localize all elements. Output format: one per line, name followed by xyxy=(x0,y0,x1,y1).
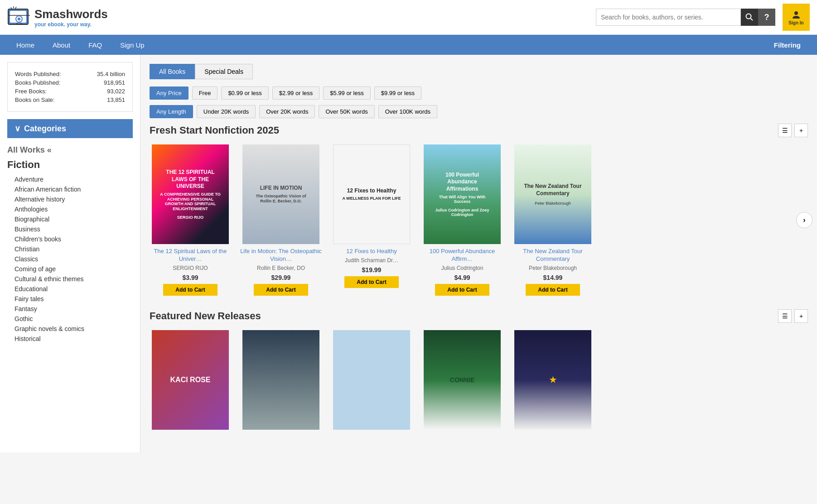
search-input[interactable] xyxy=(596,9,741,26)
books-published-label: Books Published: xyxy=(15,79,60,86)
book-price: $19.99 xyxy=(362,266,382,274)
length-filter-4[interactable]: Over 100K words xyxy=(378,105,437,118)
sidebar-category-item[interactable]: Historical xyxy=(15,334,133,344)
logo-icon xyxy=(7,5,31,29)
sidebar-category-item[interactable]: Christian xyxy=(15,244,133,254)
fresh-start-controls: ☰ + xyxy=(778,124,808,137)
length-filter-3[interactable]: Over 50K words xyxy=(319,105,374,118)
svg-point-8 xyxy=(746,14,751,19)
sidebar-category-item[interactable]: Biographical xyxy=(15,214,133,224)
book-title[interactable]: The 12 Spiritual Laws of the Univer… xyxy=(150,248,231,263)
signin-button[interactable]: Sign In xyxy=(783,4,810,31)
price-filter-1[interactable]: Free xyxy=(192,86,218,100)
nav-filtering: Filtering xyxy=(765,41,810,49)
search-button[interactable] xyxy=(741,9,758,26)
featured-new-books: KACI ROSECONNIE★ xyxy=(150,330,808,430)
sidebar-category-item[interactable]: Anthologies xyxy=(15,204,133,214)
add-section-button-2[interactable]: + xyxy=(794,309,808,323)
fresh-start-books: THE 12 SPIRITUAL LAWS OF THE UNIVERSEA C… xyxy=(150,144,808,296)
words-published-row: Words Published: 35.4 billion xyxy=(15,70,125,78)
sidebar-category-item[interactable]: Graphic novels & comics xyxy=(15,324,133,334)
site-header: Smashwords your ebook. your way. ? Sign … xyxy=(0,0,817,35)
tab-all-books[interactable]: All Books xyxy=(150,64,195,79)
sidebar-category-item[interactable]: African American fiction xyxy=(15,184,133,194)
sidebar-category-item[interactable]: Alternative history xyxy=(15,194,133,204)
add-section-button[interactable]: + xyxy=(794,124,808,137)
nav-signup[interactable]: Sign Up xyxy=(111,35,153,55)
nav-faq[interactable]: FAQ xyxy=(79,35,111,55)
sidebar-category-item[interactable]: Adventure xyxy=(15,174,133,184)
price-filter: Any PriceFree$0.99 or less$2.99 or less$… xyxy=(150,86,808,100)
length-filter-2[interactable]: Over 20K words xyxy=(259,105,315,118)
logo[interactable]: Smashwords your ebook. your way. xyxy=(7,5,108,29)
sidebar-category-item[interactable]: Business xyxy=(15,224,133,234)
nav-home[interactable]: Home xyxy=(7,35,44,55)
sidebar-category-item[interactable]: Fairy tales xyxy=(15,294,133,304)
add-to-cart-button[interactable]: Add to Cart xyxy=(254,284,308,296)
tab-special-deals[interactable]: Special Deals xyxy=(195,64,253,79)
fiction-header: Fiction xyxy=(7,159,133,171)
category-list: AdventureAfrican American fictionAlterna… xyxy=(7,174,133,344)
list-view-button-2[interactable]: ☰ xyxy=(778,309,792,323)
book-card: The New Zealand Tour CommentaryPeter Bla… xyxy=(512,144,594,296)
book-cover xyxy=(333,330,410,430)
add-to-cart-button[interactable]: Add to Cart xyxy=(163,284,218,296)
sidebar-category-item[interactable]: Classics xyxy=(15,254,133,264)
fiction-label: Fiction xyxy=(7,159,40,170)
book-price: $14.99 xyxy=(543,274,563,281)
books-on-sale-row: Books on Sale: 13,851 xyxy=(15,96,125,104)
sidebar-category-item[interactable]: Gothic xyxy=(15,314,133,324)
sidebar: Words Published: 35.4 billion Books Publ… xyxy=(0,55,140,452)
book-title[interactable]: The New Zealand Tour Commentary xyxy=(512,248,594,263)
sidebar-category-item[interactable]: Cultural & ethnic themes xyxy=(15,274,133,284)
add-to-cart-button[interactable]: Add to Cart xyxy=(344,276,399,288)
book-title[interactable]: Life in Motion: The Osteopathic Vision… xyxy=(240,248,322,263)
book-price: $4.99 xyxy=(454,274,470,281)
price-filter-4[interactable]: $5.99 or less xyxy=(323,86,370,100)
sidebar-category-item[interactable]: Coming of age xyxy=(15,264,133,274)
book-card: THE 12 SPIRITUAL LAWS OF THE UNIVERSEA C… xyxy=(150,144,231,296)
all-works-link[interactable]: All Works « xyxy=(7,144,133,155)
book-title[interactable]: 100 Powerful Abundance Affirm… xyxy=(421,248,503,263)
search-icon xyxy=(745,13,754,21)
books-published-value: 918,951 xyxy=(104,79,125,86)
book-card: KACI ROSE xyxy=(150,330,231,430)
stats-box: Words Published: 35.4 billion Books Publ… xyxy=(7,62,133,112)
book-cover xyxy=(242,330,319,430)
help-button[interactable]: ? xyxy=(758,9,775,26)
fresh-start-section-header: Fresh Start Nonfiction 2025 ☰ + xyxy=(150,124,808,137)
list-view-button[interactable]: ☰ xyxy=(778,124,792,137)
book-title[interactable]: 12 Fixes to Healthy xyxy=(346,248,396,255)
books-published-row: Books Published: 918,951 xyxy=(15,78,125,87)
free-books-row: Free Books: 93,022 xyxy=(15,87,125,96)
length-filter-1[interactable]: Under 20K words xyxy=(197,105,256,118)
nav-about[interactable]: About xyxy=(44,35,79,55)
all-works-label: All Works « xyxy=(7,145,52,154)
book-card xyxy=(240,330,322,430)
sidebar-category-item[interactable]: Fantasy xyxy=(15,304,133,314)
price-filter-5[interactable]: $9.99 or less xyxy=(374,86,421,100)
book-author: Rollin E Becker, DO xyxy=(257,265,305,271)
books-on-sale-value: 13,851 xyxy=(107,96,125,103)
signin-label: Sign In xyxy=(788,20,803,25)
main-nav: Home About FAQ Sign Up Filtering xyxy=(0,35,817,55)
length-filter-0[interactable]: Any Length xyxy=(150,105,193,118)
sidebar-category-item[interactable]: Children's books xyxy=(15,234,133,244)
add-to-cart-button[interactable]: Add to Cart xyxy=(435,284,489,296)
book-cover: LIFE IN MOTIONThe Osteopathic Vision of … xyxy=(242,144,319,244)
categories-header[interactable]: ∨ Categories xyxy=(7,119,133,138)
featured-new-controls: ☰ + xyxy=(778,309,808,323)
carousel-next-arrow[interactable]: › xyxy=(796,212,812,228)
chevron-down-icon: ∨ xyxy=(15,124,20,134)
add-to-cart-button[interactable]: Add to Cart xyxy=(526,284,580,296)
book-author: Peter Blakeborough xyxy=(529,265,577,271)
book-card: 100 Powerful Abundance AffirmationsThat … xyxy=(421,144,503,296)
price-filter-3[interactable]: $2.99 or less xyxy=(272,86,319,100)
content-area: All Books Special Deals Any PriceFree$0.… xyxy=(140,55,817,452)
fresh-start-title: Fresh Start Nonfiction 2025 xyxy=(150,125,778,136)
sidebar-category-item[interactable]: Educational xyxy=(15,284,133,294)
price-filter-2[interactable]: $0.99 or less xyxy=(221,86,268,100)
book-cover: ★ xyxy=(514,330,591,430)
price-filter-0[interactable]: Any Price xyxy=(150,86,189,100)
book-cover: The New Zealand Tour CommentaryPeter Bla… xyxy=(514,144,591,244)
